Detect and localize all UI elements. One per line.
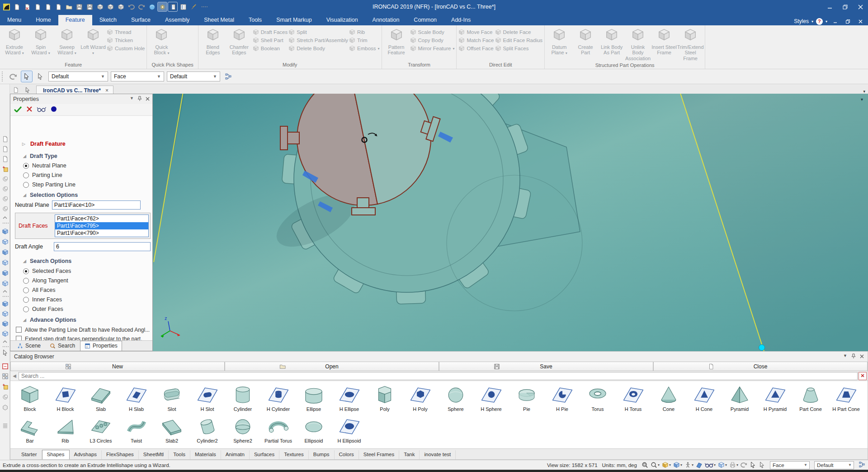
- cursor-tool-icon[interactable]: [1, 348, 9, 357]
- bluecube-tool-icon[interactable]: [1, 319, 9, 328]
- catalog-tab-animatn[interactable]: Animatn: [221, 450, 250, 459]
- catalog-tab-bumps[interactable]: Bumps: [309, 450, 335, 459]
- catalog-dropdown-icon[interactable]: ▼: [843, 353, 847, 360]
- catalog-item-slot[interactable]: Slot: [154, 385, 189, 412]
- redo-view-icon[interactable]: [741, 462, 747, 468]
- ribbon-button-rib[interactable]: Rib: [349, 29, 380, 35]
- plusbox-tool-icon[interactable]: [1, 382, 9, 391]
- ribbon-tab-visualization[interactable]: Visualization: [319, 15, 365, 25]
- catalog-item-torus[interactable]: Torus: [580, 385, 615, 412]
- more-commands-icon[interactable]: [199, 2, 208, 11]
- preview-glasses-icon[interactable]: [37, 106, 46, 114]
- catalog-item-h-sphere[interactable]: H Sphere: [474, 385, 509, 412]
- toolbar-grip[interactable]: [2, 72, 4, 81]
- ribbon-button-link-body-as-part[interactable]: Link Body As Part: [599, 26, 624, 58]
- redbox-tool-icon[interactable]: [1, 362, 9, 370]
- restore-button[interactable]: [837, 1, 853, 13]
- smart-snap-icon[interactable]: [158, 2, 167, 11]
- ribbon-tab-smart-markup[interactable]: Smart Markup: [269, 15, 319, 25]
- ribbon-button-offset-face[interactable]: Offset Face: [458, 45, 494, 52]
- search-options-header[interactable]: ◢Search Options: [10, 257, 152, 265]
- ribbon-button-chamfer-edges[interactable]: Chamfer Edges: [226, 26, 252, 58]
- catalog-tab-flexshapes[interactable]: FlexShapes: [102, 450, 139, 459]
- catalog-item-poly[interactable]: Poly: [367, 385, 402, 412]
- catalog-item-h-block[interactable]: H Block: [48, 385, 83, 412]
- copy-shape-icon[interactable]: [95, 2, 104, 11]
- radio-search-inner-faces[interactable]: Inner Faces: [10, 295, 152, 304]
- export-document-icon[interactable]: [33, 2, 42, 11]
- neutral-plane-field[interactable]: [52, 200, 141, 210]
- radio-search-all-faces[interactable]: All Faces: [10, 286, 152, 295]
- ribbon-button-datum-plane[interactable]: Datum Plane ▾: [547, 26, 572, 58]
- ribbon-button-split-faces[interactable]: Split Faces: [495, 45, 543, 52]
- doc-cursor-icon[interactable]: [24, 86, 32, 94]
- viewport-scroll-icon[interactable]: ▾: [861, 97, 863, 102]
- advance-options-header[interactable]: ◢Advance Options: [10, 316, 152, 324]
- ribbon-button-boolean[interactable]: Boolean: [253, 45, 288, 52]
- catalog-tab-sheetmtl[interactable]: SheetMtl: [139, 450, 169, 459]
- catalog-tab-inovate-test[interactable]: inovate test: [420, 450, 456, 459]
- ribbon-button-sweep-wizard[interactable]: Sweep Wizard ▾: [54, 26, 80, 58]
- ribbon-button-unlink-body-association[interactable]: Unlink Body Association: [625, 26, 651, 62]
- selection-filter-dropdown[interactable]: Default▼: [48, 72, 108, 81]
- draft-face-item[interactable]: Part1\Face<762>: [55, 215, 148, 222]
- catalog-item-h-pie[interactable]: H Pie: [545, 385, 580, 412]
- circle-tool-icon[interactable]: [1, 195, 9, 203]
- catalog-tab-colors[interactable]: Colors: [335, 450, 359, 459]
- anchor-point[interactable]: [759, 345, 765, 351]
- catalog-tab-steel-frames[interactable]: Steel Frames: [359, 450, 399, 459]
- ribbon-button-match-face[interactable]: Match Face: [458, 37, 494, 43]
- catalog-item-h-cylinder[interactable]: H Cylinder: [261, 385, 296, 412]
- select-shape-cursor-icon[interactable]: [35, 71, 46, 82]
- blue-shape-icon[interactable]: ▾: [673, 462, 682, 468]
- selection-mode-dropdown[interactable]: Face▼: [111, 72, 164, 81]
- scene-browser-icon[interactable]: [223, 71, 234, 82]
- catalog-save-button[interactable]: Save: [439, 362, 653, 371]
- ribbon-tab-common[interactable]: Common: [406, 15, 444, 25]
- ribbon-button-stretch-part-assembly[interactable]: Stretch Part/Assembly: [288, 37, 348, 43]
- doc-close-button[interactable]: [855, 17, 865, 25]
- catalog-tab-shapes[interactable]: Shapes: [42, 450, 70, 459]
- ribbon-button-trim-extend-steel-frame[interactable]: Trim/Extend Steel Frame: [678, 26, 703, 62]
- radio-search-outer-faces[interactable]: Outer Faces: [10, 305, 152, 314]
- cancel-button[interactable]: [26, 106, 33, 114]
- radio-draft-type-parting-line[interactable]: Parting Line: [10, 171, 152, 180]
- bluecube-tool-icon[interactable]: [1, 238, 9, 246]
- catalog-item-h-slab[interactable]: H Slab: [119, 385, 154, 412]
- ribbon-tab-home[interactable]: Home: [28, 15, 58, 25]
- ribbon-button-loft-wizard[interactable]: Loft Wizard ▾: [80, 26, 106, 58]
- save-as-icon[interactable]: [85, 2, 94, 11]
- package-model-icon[interactable]: [116, 2, 125, 11]
- ribbon-button-insert-steel-frame[interactable]: Insert Steel Frame: [651, 26, 677, 58]
- ribbon-button-quick-block[interactable]: Quick Block ▾: [149, 26, 174, 58]
- help-icon[interactable]: ?: [816, 18, 823, 25]
- select-cursor-icon[interactable]: [21, 71, 32, 82]
- catalog-clear-icon[interactable]: ✕: [859, 372, 867, 380]
- minimize-button[interactable]: [822, 1, 837, 13]
- advance-checkbox-1[interactable]: Extend step draft faces perpendicular to…: [10, 334, 152, 340]
- ribbon-tab-assembly[interactable]: Assembly: [158, 15, 197, 25]
- catalog-tab-advshaps[interactable]: Advshaps: [70, 450, 102, 459]
- catalog-tab-starter[interactable]: Starter: [17, 450, 42, 459]
- viewport-3d[interactable]: z ▾: [153, 94, 868, 351]
- ribbon-button-thicken[interactable]: Thicken: [107, 37, 145, 43]
- advance-checkbox-0[interactable]: Allow the Parting Line Draft to have Red…: [10, 325, 152, 334]
- catalog-item-bar[interactable]: Bar: [12, 416, 47, 443]
- draft-face-icon[interactable]: [696, 462, 703, 468]
- draft-angle-field[interactable]: [54, 242, 151, 251]
- catalog-tab-tools[interactable]: Tools: [169, 450, 190, 459]
- walk-camera-icon[interactable]: ▾: [684, 462, 693, 468]
- status-face-dropdown[interactable]: Face▼: [770, 461, 810, 469]
- add-shape-icon[interactable]: [106, 2, 115, 11]
- catalog-item-cylinder[interactable]: Cylinder: [225, 385, 260, 412]
- catalog-item-slab2[interactable]: Slab2: [154, 416, 189, 443]
- doc-tool-icon[interactable]: [1, 145, 9, 153]
- ribbon-button-delete-face[interactable]: Delete Face: [495, 29, 543, 35]
- paint-brush-icon[interactable]: [189, 2, 198, 11]
- close-button[interactable]: [853, 1, 868, 13]
- zoom-window-icon[interactable]: [642, 462, 648, 468]
- new-document-icon[interactable]: [12, 2, 21, 11]
- bluecube-tool-icon[interactable]: [1, 310, 9, 318]
- catalog-tab-textures[interactable]: Textures: [279, 450, 308, 459]
- yellow-shape-icon[interactable]: ▾: [662, 462, 671, 468]
